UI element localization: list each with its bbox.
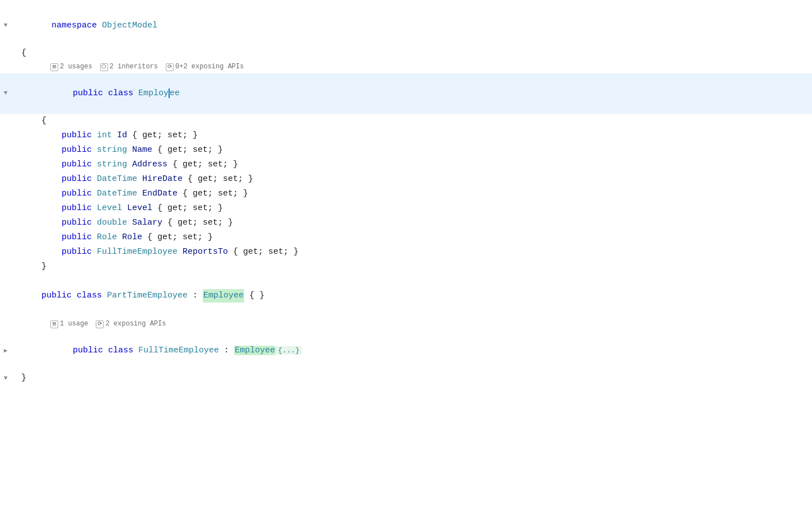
api-icon: ⟳ bbox=[166, 63, 174, 71]
kw-public-level: public bbox=[62, 202, 92, 215]
type-int: int bbox=[97, 129, 112, 142]
inherit-icon: ⬡ bbox=[100, 63, 108, 71]
type-role: Role bbox=[97, 231, 117, 244]
kw-class-fulltime: class bbox=[108, 346, 133, 355]
class-employee-line: ▼ public class Employee bbox=[0, 73, 812, 114]
fulltime-class-line: ▶ public class FullTimeEmployee : Employ… bbox=[0, 331, 812, 371]
kw-public-enddate: public bbox=[62, 187, 92, 201]
apis-meta-2: ⟳ 2 exposing APIs bbox=[96, 319, 166, 329]
api-icon-2: ⟳ bbox=[96, 320, 104, 328]
code-editor: ▼ namespace ObjectModel { ⊞ 2 usages ⬡ 2… bbox=[0, 0, 812, 521]
ns-close-brace-line: ▼ } bbox=[0, 371, 812, 385]
meta-employee-class: ⊞ 2 usages ⬡ 2 inheritors ⟳ 0+2 exposing… bbox=[0, 61, 812, 73]
usages-meta: ⊞ 2 usages bbox=[50, 62, 92, 72]
prop-enddate-line: public DateTime EndDate { get; set; } bbox=[0, 187, 812, 201]
type-fulltimeemployee: FullTimeEmployee bbox=[97, 245, 178, 259]
fold-employee[interactable]: ▼ bbox=[1, 89, 10, 98]
prop-enddate: EndDate bbox=[142, 187, 178, 201]
type-string-address: string bbox=[97, 158, 127, 171]
kw-public-address: public bbox=[62, 158, 92, 171]
prop-address: Address bbox=[132, 158, 167, 171]
prop-salary-line: public double Salary { get; set; } bbox=[0, 216, 812, 230]
prop-role-line: public Role Role { get; set; } bbox=[0, 230, 812, 245]
classname-employee: Employee bbox=[138, 89, 180, 98]
classref-employee-parttime: Employee bbox=[203, 289, 244, 303]
kw-public-parttime: public bbox=[41, 289, 72, 303]
namespace-line: ▼ namespace ObjectModel bbox=[0, 6, 812, 46]
ns-open-brace: { bbox=[0, 46, 812, 61]
kw-public-role: public bbox=[62, 231, 92, 244]
collapsed-fulltime: {...} bbox=[276, 346, 302, 355]
kw-public-hiredate: public bbox=[62, 173, 92, 186]
kw-public-salary: public bbox=[62, 216, 92, 230]
prop-level: Level bbox=[127, 202, 152, 215]
fold-ns-close[interactable]: ▼ bbox=[1, 374, 10, 383]
kw-public-reportsto: public bbox=[62, 245, 92, 259]
prop-name: Name bbox=[132, 143, 152, 157]
ref-icon: ⊞ bbox=[50, 63, 58, 71]
blank-line-1 bbox=[0, 274, 812, 289]
type-level: Level bbox=[97, 202, 122, 215]
kw-public-id: public bbox=[62, 129, 92, 142]
prop-address-line: public string Address { get; set; } bbox=[0, 157, 812, 172]
class-employee-open: { bbox=[0, 114, 812, 128]
prop-reportsto-line: public FullTimeEmployee ReportsTo { get;… bbox=[0, 245, 812, 259]
ref-icon-2: ⊞ bbox=[50, 320, 58, 328]
kw-class-1: class bbox=[108, 89, 133, 98]
classname-parttimeemployee: PartTimeEmployee bbox=[107, 289, 188, 303]
prop-salary: Salary bbox=[132, 216, 162, 230]
type-datetime-end: DateTime bbox=[97, 187, 137, 201]
meta-fulltime-class: ⊞ 1 usage ⟳ 2 exposing APIs bbox=[0, 318, 812, 331]
blank-line-2 bbox=[0, 303, 812, 318]
inheritors-meta: ⬡ 2 inheritors bbox=[100, 62, 158, 72]
type-double: double bbox=[97, 216, 127, 230]
fold-namespace[interactable]: ▼ bbox=[1, 21, 10, 30]
classname-fulltimeemployee: FullTimeEmployee bbox=[138, 346, 219, 355]
prop-id-line: public int Id { get; set; } bbox=[0, 128, 812, 143]
fold-fulltime[interactable]: ▶ bbox=[1, 346, 10, 355]
kw-public-fulltime: public bbox=[73, 346, 103, 355]
kw-public-1: public bbox=[73, 89, 103, 98]
prop-level-line: public Level Level { get; set; } bbox=[0, 201, 812, 216]
type-datetime-hire: DateTime bbox=[97, 173, 137, 186]
class-employee-close: } bbox=[0, 259, 812, 274]
kw-public-name: public bbox=[62, 143, 92, 157]
kw-namespace: namespace bbox=[52, 21, 97, 30]
classref-employee-fulltime: Employee bbox=[234, 346, 276, 355]
prop-hiredate-line: public DateTime HireDate { get; set; } bbox=[0, 172, 812, 187]
prop-id: Id bbox=[117, 129, 127, 142]
prop-hiredate: HireDate bbox=[142, 173, 183, 186]
ns-name: ObjectModel bbox=[102, 21, 157, 30]
parttime-class-line: public class PartTimeEmployee : Employee… bbox=[0, 289, 812, 303]
kw-class-parttime: class bbox=[77, 289, 102, 303]
apis-meta: ⟳ 0+2 exposing APIs bbox=[166, 62, 244, 72]
prop-name-line: public string Name { get; set; } bbox=[0, 143, 812, 157]
prop-role: Role bbox=[122, 231, 142, 244]
prop-reportsto: ReportsTo bbox=[183, 245, 228, 259]
usages-meta-2: ⊞ 1 usage bbox=[50, 319, 88, 329]
type-string-name: string bbox=[97, 143, 127, 157]
